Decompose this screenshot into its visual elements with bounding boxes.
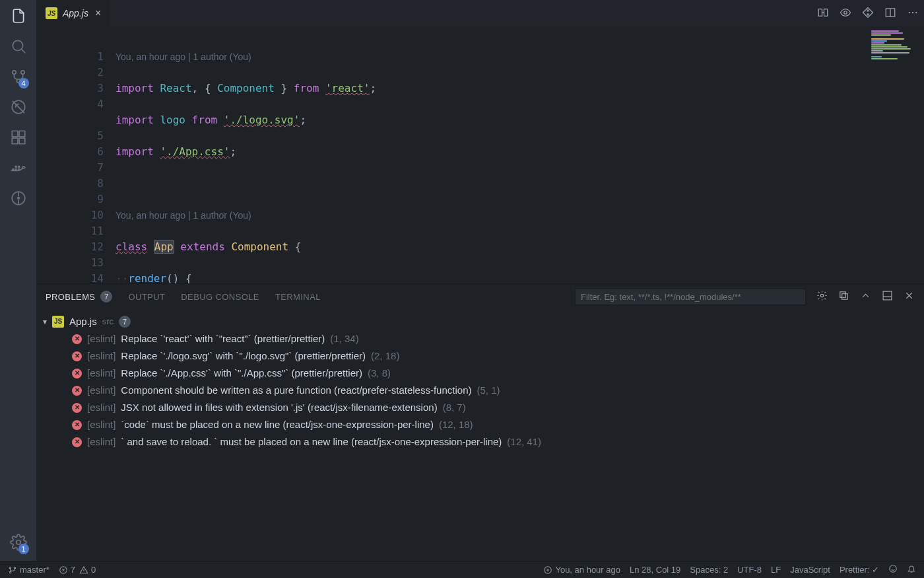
- problem-location: (3, 8): [368, 365, 391, 382]
- problem-location: (2, 18): [371, 347, 399, 365]
- problems-file-row[interactable]: ▾ JS App.js src 7: [43, 313, 917, 330]
- code-lines[interactable]: You, an hour ago | 1 author (You) import…: [116, 26, 924, 283]
- svg-point-19: [912, 11, 913, 13]
- main-area: 4 1 JS App.js ×: [0, 0, 924, 561]
- settings-icon[interactable]: 1: [9, 533, 28, 552]
- gitlens-icon[interactable]: [9, 189, 28, 207]
- status-errors[interactable]: 7: [59, 565, 75, 575]
- minimap[interactable]: [871, 30, 917, 89]
- maximize-panel-icon[interactable]: [882, 290, 893, 303]
- problem-item[interactable]: ✕[eslint]Replace `'./logo.svg'` with `".…: [43, 347, 917, 365]
- status-eol[interactable]: LF: [771, 565, 781, 575]
- tab-problems[interactable]: PROBLEMS 7: [46, 291, 112, 303]
- panel-tabs: PROBLEMS 7 OUTPUT DEBUG CONSOLE TERMINAL: [36, 284, 924, 309]
- problem-item[interactable]: ✕[eslint]Replace `'react'` with `"react"…: [43, 330, 917, 347]
- status-warnings[interactable]: 0: [79, 565, 96, 575]
- svg-rect-8: [19, 138, 25, 144]
- tab-debug-console[interactable]: DEBUG CONSOLE: [181, 292, 259, 302]
- svg-point-21: [820, 294, 823, 297]
- svg-point-18: [909, 11, 910, 13]
- error-icon: ✕: [72, 437, 82, 447]
- problems-filter-input[interactable]: [575, 289, 806, 305]
- problem-item[interactable]: ✕[eslint]JSX not allowed in files with e…: [43, 399, 917, 416]
- error-icon: ✕: [72, 369, 82, 379]
- compare-changes-icon[interactable]: [817, 7, 829, 20]
- tab-terminal[interactable]: TERMINAL: [275, 292, 321, 302]
- svg-rect-6: [19, 131, 25, 137]
- problem-message: ` and save to reload. ` must be placed o…: [121, 433, 502, 451]
- tab-output[interactable]: OUTPUT: [128, 292, 165, 302]
- problem-item[interactable]: ✕[eslint]Component should be written as …: [43, 382, 917, 399]
- problem-source: [eslint]: [87, 382, 116, 399]
- git-icon[interactable]: [862, 7, 874, 20]
- svg-rect-5: [12, 131, 18, 137]
- problem-location: (1, 34): [330, 330, 358, 347]
- explorer-icon[interactable]: [9, 7, 28, 25]
- tab-label: App.js: [63, 8, 88, 18]
- file-path: src: [102, 313, 114, 330]
- svg-point-25: [9, 567, 11, 568]
- scm-badge: 4: [18, 78, 29, 89]
- debug-icon[interactable]: [9, 98, 28, 116]
- close-icon[interactable]: ×: [94, 7, 102, 19]
- status-bar: master* 7 0 You, an hour ago Ln 28, Col …: [0, 561, 924, 578]
- status-language[interactable]: JavaScript: [790, 565, 830, 575]
- status-indent[interactable]: Spaces: 2: [690, 565, 728, 575]
- problem-item[interactable]: ✕[eslint]` and save to reload. ` must be…: [43, 433, 917, 451]
- docker-icon[interactable]: [9, 159, 28, 177]
- problem-item[interactable]: ✕[eslint]Replace `'./App.css'` with `"./…: [43, 365, 917, 382]
- problem-source: [eslint]: [87, 347, 116, 365]
- file-name: App.js: [69, 313, 97, 330]
- problem-source: [eslint]: [87, 330, 116, 347]
- problem-item[interactable]: ✕[eslint]`code` must be placed on a new …: [43, 416, 917, 433]
- problem-message: Replace `'react'` with `"react"` (pretti…: [121, 330, 325, 347]
- problem-source: [eslint]: [87, 399, 116, 416]
- filter-settings-icon[interactable]: [816, 290, 828, 303]
- problem-message: `code` must be placed on a new line (rea…: [121, 416, 434, 433]
- svg-point-29: [544, 566, 552, 573]
- problem-source: [eslint]: [87, 416, 116, 433]
- problem-location: (5, 1): [477, 382, 500, 399]
- chevron-up-icon[interactable]: [860, 290, 871, 303]
- status-cursor-position[interactable]: Ln 28, Col 19: [630, 565, 680, 575]
- split-editor-icon[interactable]: [884, 7, 896, 20]
- problem-location: (8, 7): [443, 399, 466, 416]
- toggle-preview-icon[interactable]: [840, 7, 851, 20]
- error-icon: ✕: [72, 420, 82, 430]
- svg-point-16: [867, 13, 869, 15]
- problem-location: (12, 41): [507, 433, 541, 451]
- collapse-all-icon[interactable]: [838, 290, 849, 303]
- status-branch[interactable]: master*: [8, 565, 50, 575]
- codelens[interactable]: You, an hour ago | 1 author (You): [116, 49, 924, 65]
- extensions-icon[interactable]: [9, 128, 28, 147]
- tab-app-js[interactable]: JS App.js ×: [36, 0, 110, 26]
- close-panel-icon[interactable]: [904, 290, 915, 303]
- svg-rect-13: [824, 9, 828, 16]
- chevron-down-icon: ▾: [43, 313, 47, 330]
- bottom-panel: PROBLEMS 7 OUTPUT DEBUG CONSOLE TERMINAL: [36, 283, 924, 561]
- codelens[interactable]: You, an hour ago | 1 author (You): [116, 207, 924, 223]
- settings-badge: 1: [18, 544, 29, 554]
- problem-message: Component should be written as a pure fu…: [121, 382, 471, 399]
- bell-icon[interactable]: [907, 564, 916, 575]
- svg-point-11: [16, 540, 20, 545]
- status-encoding[interactable]: UTF-8: [737, 565, 762, 575]
- source-control-icon[interactable]: 4: [9, 67, 28, 86]
- code-editor[interactable]: 1 2 3 4 5 6 7 8 9 10 11 12 13 14 15 You,…: [36, 26, 924, 283]
- tab-bar: JS App.js ×: [36, 0, 924, 26]
- status-prettier[interactable]: Prettier: ✓: [840, 565, 879, 575]
- error-icon: ✕: [72, 334, 82, 344]
- svg-point-26: [9, 571, 11, 573]
- problems-list: ▾ JS App.js src 7 ✕[eslint]Replace `'rea…: [36, 309, 924, 561]
- editor-group: JS App.js × 1 2 3 4 5 6 7: [36, 0, 924, 561]
- more-icon[interactable]: [907, 7, 919, 20]
- file-icon-js: JS: [46, 7, 57, 19]
- feedback-icon[interactable]: [888, 564, 898, 575]
- error-icon: ✕: [72, 403, 82, 413]
- svg-rect-12: [818, 9, 822, 16]
- file-problem-count: 7: [119, 316, 131, 328]
- svg-point-31: [890, 565, 897, 573]
- search-icon[interactable]: [9, 37, 28, 55]
- svg-rect-23: [842, 294, 848, 300]
- status-blame[interactable]: You, an hour ago: [543, 565, 620, 575]
